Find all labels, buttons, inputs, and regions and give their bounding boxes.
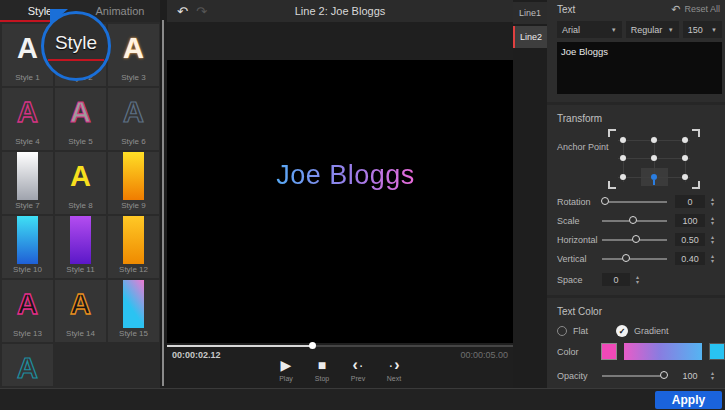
style-letter: A	[17, 344, 38, 386]
video-canvas[interactable]: Joe Bloggs	[167, 60, 513, 343]
style-item-label: Style 3	[121, 73, 145, 82]
horizontal-row: Horizontal 0.50 ▴▾	[547, 230, 725, 249]
prev-button[interactable]: ‹· Prev	[347, 357, 369, 382]
style-item-label: Style 15	[119, 329, 148, 338]
style-item-12[interactable]: A Style 12	[108, 216, 159, 278]
style-item-11[interactable]: A Style 11	[55, 216, 106, 278]
opacity-spinner[interactable]: ▴▾	[711, 371, 714, 381]
style-item-label: Style 4	[15, 137, 39, 146]
style-item-7[interactable]: A Style 7	[2, 152, 53, 214]
style-letter: A	[70, 152, 91, 200]
anchor-point-dot[interactable]	[682, 137, 688, 143]
rotation-label: Rotation	[557, 197, 602, 207]
grid-bracket	[608, 181, 616, 189]
scrollbar-thumb[interactable]	[162, 20, 164, 386]
style-item-9[interactable]: A Style 9	[108, 152, 159, 214]
gradient-end-swatch[interactable]	[709, 343, 725, 360]
anchor-point-dot[interactable]	[620, 155, 626, 161]
style-letter: A	[17, 152, 38, 200]
spinner-down-icon[interactable]: ▾	[711, 202, 714, 207]
reset-all-button[interactable]: ↶ Reset All	[671, 3, 720, 16]
line-item-1[interactable]: Line1	[513, 2, 547, 24]
apply-button[interactable]: Apply	[655, 391, 722, 409]
anchor-point-dot-selected[interactable]	[651, 174, 657, 180]
anchor-point-row: Anchor Point	[547, 130, 725, 186]
spinner-down-icon[interactable]: ▾	[711, 240, 714, 245]
next-label: Next	[387, 375, 401, 382]
slider-thumb[interactable]	[629, 216, 637, 224]
style-item-8[interactable]: A Style 8	[55, 152, 106, 214]
scale-value[interactable]: 100	[675, 214, 705, 227]
style-item-10[interactable]: A Style 10	[2, 216, 53, 278]
tab-style-label: Style	[28, 5, 52, 17]
stop-button[interactable]: ■ Stop	[311, 357, 333, 382]
slider-thumb[interactable]	[601, 197, 609, 205]
preview-text[interactable]: Joe Bloggs	[276, 160, 415, 191]
rotation-spinner[interactable]: ▴▾	[711, 197, 714, 207]
font-weight-dropdown[interactable]: Regular ▼	[626, 21, 679, 38]
spinner-down-icon[interactable]: ▾	[711, 259, 714, 264]
horizontal-spinner[interactable]: ▴▾	[711, 235, 714, 245]
vertical-value[interactable]: 0.40	[675, 252, 705, 265]
preview-topbar: ↶ ↷ Line 2: Joe Bloggs	[167, 0, 513, 22]
style-letter: A	[123, 24, 144, 72]
chevron-down-icon: ▼	[711, 27, 717, 33]
space-value[interactable]: 0	[602, 273, 630, 286]
spinner-down-icon[interactable]: ▾	[636, 280, 639, 285]
vertical-slider[interactable]	[602, 254, 667, 264]
space-spinner[interactable]: ▴▾	[636, 275, 639, 285]
rotation-value[interactable]: 0	[675, 195, 705, 208]
anchor-point-dot[interactable]	[682, 174, 688, 180]
scale-slider[interactable]	[602, 216, 667, 226]
slider-thumb[interactable]	[632, 235, 640, 243]
anchor-point-grid[interactable]	[612, 132, 696, 186]
style-item-13[interactable]: A Style 13	[2, 280, 53, 342]
undo-icon[interactable]: ↶	[177, 4, 188, 19]
opacity-value[interactable]: 100	[675, 369, 705, 382]
playhead-handle[interactable]	[309, 342, 316, 349]
scale-spinner[interactable]: ▴▾	[711, 216, 714, 226]
anchor-point-dot[interactable]	[651, 137, 657, 143]
anchor-point-dot[interactable]	[620, 137, 626, 143]
anchor-point-dot[interactable]	[620, 174, 626, 180]
gradient-preview-bar[interactable]	[624, 343, 701, 360]
line-item-2[interactable]: Line2	[513, 26, 547, 48]
style-item-14[interactable]: A Style 14	[55, 280, 106, 342]
style-item-label: Style 6	[121, 137, 145, 146]
rotation-slider[interactable]	[602, 197, 667, 207]
play-button[interactable]: ▶ Play	[275, 357, 297, 382]
horizontal-value[interactable]: 0.50	[675, 233, 705, 246]
gradient-radio-checked[interactable]: ✓	[616, 325, 628, 337]
style-item-16[interactable]: A	[2, 344, 53, 386]
next-button[interactable]: ·› Next	[383, 357, 405, 382]
text-content-input[interactable]: Joe Bloggs	[557, 42, 722, 94]
style-item-label: Style 12	[119, 265, 148, 274]
redo-icon[interactable]: ↷	[196, 4, 207, 19]
style-letter: A	[123, 216, 144, 264]
font-family-dropdown[interactable]: Arial ▼	[557, 21, 622, 38]
style-letter: A	[17, 88, 38, 136]
flat-radio[interactable]	[557, 326, 567, 336]
opacity-slider[interactable]	[602, 371, 667, 381]
vertical-spinner[interactable]: ▴▾	[711, 254, 714, 264]
spinner-down-icon[interactable]: ▾	[711, 376, 714, 381]
style-item-15[interactable]: A Style 15	[108, 280, 159, 342]
anchor-point-dot[interactable]	[682, 155, 688, 161]
line-item-label: Line2	[520, 32, 542, 42]
vertical-row: Vertical 0.40 ▴▾	[547, 249, 725, 268]
space-row: Space 0 ▴▾	[547, 270, 725, 289]
spinner-down-icon[interactable]: ▾	[711, 221, 714, 226]
timeline-scrubber[interactable]	[167, 345, 513, 347]
gradient-start-swatch[interactable]	[601, 343, 618, 360]
font-weight-value: Regular	[631, 25, 663, 35]
slider-thumb[interactable]	[660, 371, 668, 379]
style-item-4[interactable]: A Style 4	[2, 88, 53, 150]
style-item-6[interactable]: A Style 6	[108, 88, 159, 150]
style-item-3[interactable]: A Style 3	[108, 24, 159, 86]
anchor-point-dot[interactable]	[651, 155, 657, 161]
slider-thumb[interactable]	[622, 254, 630, 262]
style-item-5[interactable]: A Style 5	[55, 88, 106, 150]
horizontal-slider[interactable]	[602, 235, 667, 245]
font-size-dropdown[interactable]: 150 ▼	[683, 21, 722, 38]
style-panel-scrollbar[interactable]	[160, 0, 167, 388]
